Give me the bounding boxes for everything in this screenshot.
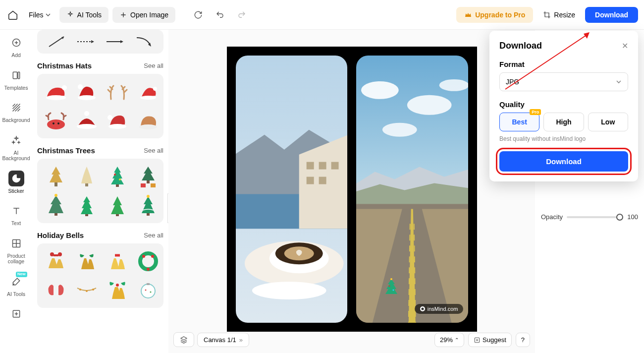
files-menu[interactable]: Files bbox=[24, 8, 55, 22]
quality-best-label: Best bbox=[512, 118, 527, 126]
pro-badge: Pro bbox=[530, 109, 541, 115]
canvas-image-right[interactable]: insMind.com bbox=[356, 56, 468, 323]
upgrade-label: Upgrade to Pro bbox=[475, 11, 525, 19]
upgrade-button[interactable]: Upgrade to Pro bbox=[456, 7, 533, 23]
sticker-tree[interactable] bbox=[73, 192, 101, 218]
sticker-tree[interactable] bbox=[104, 164, 131, 189]
sticker-bells[interactable] bbox=[104, 248, 131, 274]
svg-point-38 bbox=[147, 195, 150, 198]
arrow-shape-solid[interactable] bbox=[105, 35, 125, 49]
rail-background[interactable]: Background bbox=[2, 100, 30, 123]
sticker-bells[interactable] bbox=[73, 248, 101, 274]
sticker-hat[interactable] bbox=[42, 79, 70, 105]
download-button-top[interactable]: Download bbox=[585, 7, 638, 23]
open-image-button[interactable]: Open Image bbox=[112, 7, 175, 23]
sticker-tree[interactable] bbox=[42, 192, 70, 218]
rail-product-collage[interactable]: Product collage bbox=[2, 235, 30, 265]
sticker-hat[interactable] bbox=[73, 79, 101, 105]
svg-point-40 bbox=[50, 252, 54, 256]
sticker-tree[interactable] bbox=[73, 164, 101, 189]
rail-text[interactable]: Text bbox=[2, 203, 30, 227]
opacity-slider[interactable] bbox=[567, 216, 623, 218]
rail-upload[interactable] bbox=[2, 306, 30, 322]
svg-rect-26 bbox=[54, 182, 57, 186]
redo-icon[interactable] bbox=[233, 6, 251, 24]
placed-sticker-tree[interactable] bbox=[384, 278, 399, 295]
rail-templates[interactable]: Templates bbox=[2, 67, 30, 91]
help-button[interactable]: ? bbox=[516, 333, 530, 347]
templates-icon bbox=[11, 70, 21, 80]
section-hats-seeall[interactable]: See all bbox=[144, 62, 163, 69]
svg-point-46 bbox=[79, 289, 81, 291]
sticker-hat[interactable] bbox=[104, 108, 131, 133]
quality-low[interactable]: Low bbox=[588, 113, 628, 131]
sticker-hat[interactable] bbox=[134, 108, 162, 133]
canvas[interactable]: insMind.com bbox=[227, 47, 477, 332]
sticker-hat[interactable] bbox=[134, 79, 162, 105]
arrow-shape-curve[interactable] bbox=[134, 35, 155, 49]
open-image-label: Open Image bbox=[130, 11, 168, 19]
rail-ai-background[interactable]: AI Background bbox=[2, 132, 30, 162]
sticker-icon bbox=[11, 174, 21, 183]
quality-best[interactable]: Pro Best bbox=[499, 113, 539, 131]
canvas-selector[interactable]: Canvas 1/1 » bbox=[197, 333, 249, 347]
trees-grid bbox=[37, 159, 163, 223]
section-bells-seeall[interactable]: See all bbox=[144, 232, 163, 239]
sticker-bells[interactable] bbox=[104, 277, 131, 303]
svg-rect-27 bbox=[85, 183, 88, 186]
svg-point-13 bbox=[62, 85, 67, 90]
quality-high[interactable]: High bbox=[543, 113, 584, 131]
quality-low-label: Low bbox=[601, 118, 615, 126]
rail-ai-tools[interactable]: New AI Tools bbox=[2, 274, 30, 297]
sticker-ornament[interactable] bbox=[134, 277, 162, 303]
sticker-antler-headband[interactable] bbox=[42, 108, 70, 133]
sticker-wreath[interactable] bbox=[134, 248, 162, 274]
home-icon[interactable] bbox=[6, 8, 20, 22]
files-label: Files bbox=[29, 11, 44, 19]
resize-button[interactable]: Resize bbox=[537, 7, 581, 23]
rail-background-label: Background bbox=[2, 118, 30, 123]
top-toolbar: Files AI Tools Open Image Upgrade to Pro… bbox=[0, 0, 644, 30]
sticker-tree[interactable] bbox=[134, 164, 162, 189]
sticker-hat[interactable] bbox=[73, 108, 101, 133]
ai-tools-button[interactable]: AI Tools bbox=[59, 7, 109, 23]
arrow-shape-dashed[interactable] bbox=[75, 35, 96, 49]
popover-download-button[interactable]: Download bbox=[499, 151, 628, 172]
svg-point-53 bbox=[150, 292, 152, 293]
watermark: insMind.com bbox=[415, 304, 463, 314]
svg-point-74 bbox=[390, 278, 392, 280]
zoom-control[interactable]: 29% ⌃ bbox=[434, 333, 464, 347]
svg-rect-33 bbox=[151, 183, 156, 187]
svg-rect-37 bbox=[116, 214, 119, 216]
arrow-shapes-group bbox=[37, 30, 163, 54]
canvas-image-left[interactable] bbox=[236, 56, 348, 323]
arrow-shape-diagonal[interactable] bbox=[46, 35, 67, 49]
suggest-icon bbox=[474, 337, 481, 344]
sticker-tree[interactable] bbox=[42, 164, 70, 189]
sticker-antlers[interactable] bbox=[104, 79, 131, 105]
suggest-button[interactable]: Suggest bbox=[468, 333, 512, 347]
sticker-bells[interactable] bbox=[42, 248, 70, 274]
new-badge: New bbox=[16, 272, 27, 277]
refresh-icon[interactable] bbox=[189, 6, 207, 24]
sticker-tree[interactable] bbox=[134, 192, 162, 218]
svg-point-75 bbox=[389, 285, 390, 287]
sticker-tree[interactable] bbox=[104, 192, 131, 218]
svg-point-70 bbox=[382, 122, 417, 136]
plus-circle-icon bbox=[11, 38, 21, 48]
svg-point-78 bbox=[421, 307, 424, 310]
sticker-mittens[interactable] bbox=[42, 277, 70, 303]
undo-icon[interactable] bbox=[211, 6, 229, 24]
svg-rect-30 bbox=[116, 184, 119, 187]
section-trees-seeall[interactable]: See all bbox=[144, 147, 163, 154]
layers-button[interactable] bbox=[173, 332, 194, 347]
plus-icon bbox=[119, 11, 127, 19]
close-icon[interactable]: ✕ bbox=[622, 41, 628, 51]
rail-add[interactable]: Add bbox=[2, 35, 30, 59]
svg-rect-59 bbox=[306, 176, 314, 184]
rail-sticker[interactable]: Sticker bbox=[2, 171, 30, 194]
format-select[interactable]: JPG bbox=[499, 72, 628, 91]
sticker-garland[interactable] bbox=[73, 277, 101, 303]
background-icon bbox=[11, 103, 21, 113]
svg-point-25 bbox=[139, 124, 157, 129]
